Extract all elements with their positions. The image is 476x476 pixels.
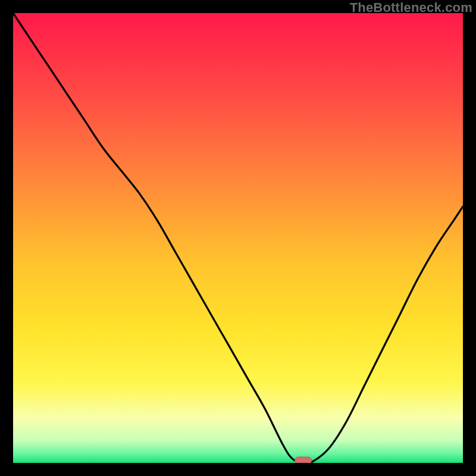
plot-area xyxy=(13,13,463,463)
gradient-background xyxy=(13,13,463,463)
watermark-text: TheBottleneck.com xyxy=(350,0,472,15)
optimal-point-marker xyxy=(295,457,312,463)
chart-svg xyxy=(13,13,463,463)
chart-frame: TheBottleneck.com xyxy=(0,0,476,476)
